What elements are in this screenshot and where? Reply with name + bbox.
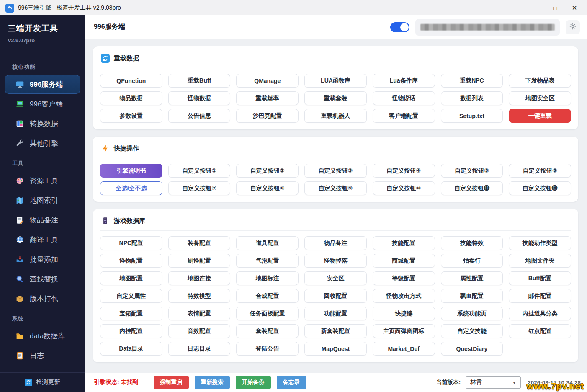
action-button-任务面板配置[interactable]: 任务面板配置 — [236, 307, 299, 320]
action-button-自定义按钮⓬[interactable]: 自定义按钮⓬ — [509, 181, 571, 195]
statusbar-button-重新搜索[interactable]: 重新搜索 — [195, 376, 230, 389]
action-button-特效模型[interactable]: 特效模型 — [168, 289, 231, 303]
action-button-安全区[interactable]: 安全区 — [304, 271, 367, 285]
action-button-Lua条件库[interactable]: Lua条件库 — [373, 74, 435, 88]
statusbar-button-开始备份[interactable]: 开始备份 — [236, 376, 271, 389]
maximize-button[interactable]: □ — [546, 0, 565, 15]
action-button-重载套装[interactable]: 重载套装 — [304, 91, 367, 105]
action-button-地图连接[interactable]: 地图连接 — [168, 271, 231, 285]
action-button-MapQuest[interactable]: MapQuest — [304, 342, 367, 356]
action-button-客户端配置[interactable]: 客户端配置 — [373, 109, 435, 123]
action-button-沙巴克配置[interactable]: 沙巴克配置 — [236, 109, 299, 123]
action-button-登陆公告[interactable]: 登陆公告 — [236, 342, 299, 356]
action-button-LUA函数库[interactable]: LUA函数库 — [304, 74, 367, 88]
sidebar-item-data数据库[interactable]: data数据库 — [5, 327, 80, 346]
action-button-日志目录[interactable]: 日志目录 — [168, 342, 231, 356]
action-button-功能配置[interactable]: 功能配置 — [304, 307, 367, 320]
sidebar-item-日志[interactable]: 日志 — [5, 346, 80, 365]
action-button-自定义按钮③[interactable]: 自定义按钮③ — [304, 164, 367, 178]
action-button-自定义按钮⑥[interactable]: 自定义按钮⑥ — [509, 164, 571, 178]
sidebar-item-其他引擎[interactable]: 其他引擎 — [5, 134, 80, 153]
action-button-内挂道具分类[interactable]: 内挂道具分类 — [509, 307, 571, 320]
sidebar-item-996客户端[interactable]: 996客户端 — [5, 95, 80, 113]
action-button-自定义按钮①[interactable]: 自定义按钮① — [168, 164, 231, 178]
action-button-套装配置[interactable]: 套装配置 — [236, 324, 299, 338]
action-button-重载机器人[interactable]: 重载机器人 — [304, 109, 367, 123]
action-button-装备配置[interactable]: 装备配置 — [168, 236, 231, 250]
action-button-自定义按钮⑩[interactable]: 自定义按钮⑩ — [373, 181, 435, 195]
action-button-引擎说明书[interactable]: 引擎说明书 — [100, 164, 162, 178]
action-button-QFunction[interactable]: QFunction — [100, 74, 162, 88]
action-button-怪物数据[interactable]: 怪物数据 — [168, 91, 231, 105]
action-button-自定义按钮⓫[interactable]: 自定义按钮⓫ — [441, 181, 503, 195]
action-button-表情配置[interactable]: 表情配置 — [168, 307, 231, 320]
action-button-合成配置[interactable]: 合成配置 — [236, 289, 299, 303]
action-button-QuestDiary[interactable]: QuestDiary — [441, 342, 503, 356]
action-button-等级配置[interactable]: 等级配置 — [373, 271, 435, 285]
action-button-地图安全区[interactable]: 地图安全区 — [509, 91, 571, 105]
action-button-Setup.txt[interactable]: Setup.txt — [441, 109, 503, 123]
action-button-自定义按钮⑦[interactable]: 自定义按钮⑦ — [168, 181, 231, 195]
action-button-全选/全不选[interactable]: 全选/全不选 — [100, 181, 162, 195]
sidebar-item-翻译工具[interactable]: 翻译工具 — [5, 230, 80, 249]
action-button-拍卖行[interactable]: 拍卖行 — [441, 254, 503, 268]
action-button-地图配置[interactable]: 地图配置 — [100, 271, 162, 285]
action-button-重载Buff[interactable]: 重载Buff — [168, 74, 231, 88]
action-button-怪物攻击方式[interactable]: 怪物攻击方式 — [373, 289, 435, 303]
minimize-button[interactable]: — — [526, 0, 546, 15]
action-button-音效配置[interactable]: 音效配置 — [168, 324, 231, 338]
action-button-数据列表[interactable]: 数据列表 — [441, 91, 503, 105]
action-button-公告信息[interactable]: 公告信息 — [168, 109, 231, 123]
sidebar-item-996服务端[interactable]: 996服务端 — [5, 75, 80, 94]
action-button-地图文件夹[interactable]: 地图文件夹 — [509, 254, 571, 268]
action-button-物品备注[interactable]: 物品备注 — [304, 236, 367, 250]
action-button-自定义按钮⑤[interactable]: 自定义按钮⑤ — [441, 164, 503, 178]
path-input[interactable] — [415, 19, 560, 36]
action-button-怪物说话[interactable]: 怪物说话 — [373, 91, 435, 105]
action-button-地图标注[interactable]: 地图标注 — [236, 271, 299, 285]
close-button[interactable]: ✕ — [565, 0, 584, 15]
action-button-自定义属性[interactable]: 自定义属性 — [100, 289, 162, 303]
action-button-下发物品表[interactable]: 下发物品表 — [509, 74, 571, 88]
action-button-技能特效[interactable]: 技能特效 — [441, 236, 503, 250]
action-button-内挂配置[interactable]: 内挂配置 — [100, 324, 162, 338]
action-button-邮件配置[interactable]: 邮件配置 — [509, 289, 571, 303]
action-button-新套装配置[interactable]: 新套装配置 — [304, 324, 367, 338]
statusbar-button-强制重启[interactable]: 强制重启 — [154, 376, 189, 389]
action-button-系统功能页[interactable]: 系统功能页 — [441, 307, 503, 320]
sidebar-item-批量添加[interactable]: 批量添加 — [5, 250, 80, 269]
action-button-自定义按钮④[interactable]: 自定义按钮④ — [373, 164, 435, 178]
sidebar-item-资源工具[interactable]: 资源工具 — [5, 171, 80, 190]
action-button-自定义按钮⑧[interactable]: 自定义按钮⑧ — [236, 181, 299, 195]
action-button-商城配置[interactable]: 商城配置 — [373, 254, 435, 268]
action-button-气泡配置[interactable]: 气泡配置 — [236, 254, 299, 268]
action-button-Market_Def[interactable]: Market_Def — [373, 342, 435, 356]
action-button-宝箱配置[interactable]: 宝箱配置 — [100, 307, 162, 320]
check-update-button[interactable]: 检测更新 — [0, 372, 85, 392]
action-button-NPC配置[interactable]: NPC配置 — [100, 236, 162, 250]
action-button-主页面弹窗图标[interactable]: 主页面弹窗图标 — [373, 324, 435, 338]
sidebar-item-地图索引[interactable]: 地图索引 — [5, 191, 80, 210]
action-button-属性配置[interactable]: 属性配置 — [441, 271, 503, 285]
action-button-自定义按钮②[interactable]: 自定义按钮② — [236, 164, 299, 178]
action-button-物品数据[interactable]: 物品数据 — [100, 91, 162, 105]
action-button-刷怪配置[interactable]: 刷怪配置 — [168, 254, 231, 268]
action-button-Buff配置[interactable]: Buff配置 — [509, 271, 571, 285]
sidebar-item-物品备注[interactable]: 物品备注 — [5, 211, 80, 230]
version-select[interactable]: 林霄 ▼ — [466, 376, 521, 389]
action-button-重载NPC[interactable]: 重载NPC — [441, 74, 503, 88]
action-button-怪物配置[interactable]: 怪物配置 — [100, 254, 162, 268]
action-button-自定义技能[interactable]: 自定义技能 — [441, 324, 503, 338]
action-button-飘血配置[interactable]: 飘血配置 — [441, 289, 503, 303]
action-button-QManage[interactable]: QManage — [236, 74, 299, 88]
action-button-参数设置[interactable]: 参数设置 — [100, 109, 162, 123]
action-button-快捷键[interactable]: 快捷键 — [373, 307, 435, 320]
statusbar-button-备忘录[interactable]: 备忘录 — [277, 376, 306, 389]
sidebar-item-转换数据[interactable]: 转换数据 — [5, 114, 80, 133]
action-button-道具配置[interactable]: 道具配置 — [236, 236, 299, 250]
action-button-Data目录[interactable]: Data目录 — [100, 342, 162, 356]
action-button-技能动作类型[interactable]: 技能动作类型 — [509, 236, 571, 250]
action-button-重载爆率[interactable]: 重载爆率 — [236, 91, 299, 105]
sidebar-item-查找替换[interactable]: 查找替换 — [5, 270, 80, 289]
action-button-红点配置[interactable]: 红点配置 — [509, 324, 571, 338]
